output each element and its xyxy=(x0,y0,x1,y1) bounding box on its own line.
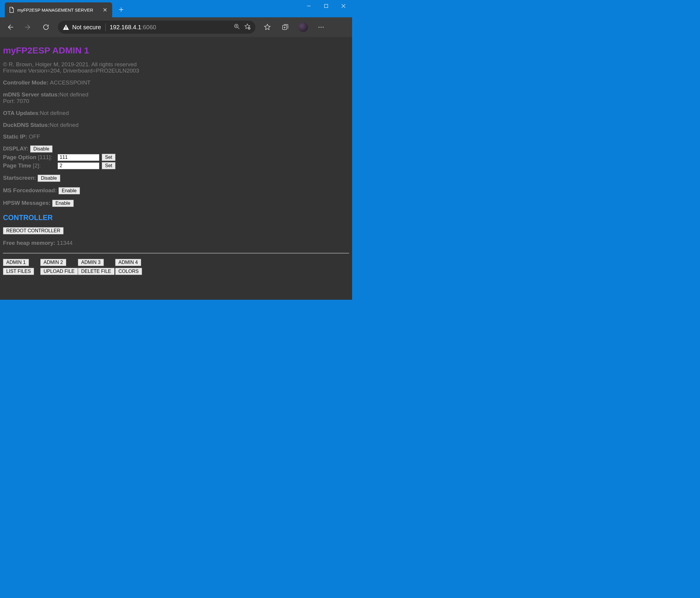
msforce-toggle-button[interactable]: Enable xyxy=(58,187,80,194)
page-title: myFP2ESP ADMIN 1 xyxy=(3,45,349,56)
hpsw-label: HPSW Messages: xyxy=(3,200,52,206)
page-time-label: Page Time xyxy=(3,162,33,169)
copyright-text: © R. Brown, Holger M, 2019-2021. All rig… xyxy=(3,61,349,68)
star-add-icon xyxy=(244,23,251,30)
controller-heading: CONTROLLER xyxy=(3,213,349,222)
svg-point-7 xyxy=(321,27,321,27)
nav-deletefile-button[interactable]: DELETE FILE xyxy=(78,268,114,275)
refresh-button[interactable] xyxy=(40,21,52,33)
collections-icon xyxy=(282,24,289,31)
star-icon xyxy=(264,24,271,31)
plus-icon xyxy=(119,7,124,12)
msforce-label: MS Forcedownload: xyxy=(3,187,58,193)
page-time-hint: [2]: xyxy=(33,162,41,169)
page-option-input[interactable] xyxy=(57,154,99,161)
mdns-port-value: 7070 xyxy=(17,98,29,104)
window-controls xyxy=(300,0,352,12)
arrow-right-icon xyxy=(24,24,32,31)
zoom-icon xyxy=(234,24,240,29)
not-secure-label: Not secure xyxy=(72,24,101,31)
display-label: DISPLAY: xyxy=(3,145,30,152)
favorites-button[interactable] xyxy=(261,21,273,33)
back-button[interactable] xyxy=(4,21,16,33)
nav-admin2-button[interactable]: ADMIN 2 xyxy=(40,259,66,266)
nav-admin1-button[interactable]: ADMIN 1 xyxy=(3,259,29,266)
close-icon xyxy=(103,8,107,11)
mdns-value: Not defined xyxy=(59,91,88,98)
tab-close-button[interactable] xyxy=(102,7,108,13)
firmware-text: Firmware Version=204, Driverboard=PRO2EU… xyxy=(3,68,349,74)
staticip-value: OFF xyxy=(29,134,40,140)
separator xyxy=(105,23,106,31)
maximize-icon xyxy=(324,4,328,8)
browser-toolbar: Not secure 192.168.4.1:6060 xyxy=(0,17,352,37)
page-option-set-button[interactable]: Set xyxy=(102,154,116,161)
titlebar: myFP2ESP MANAGEMENT SERVER xyxy=(0,0,352,17)
controller-mode-value: ACCESSPOINT xyxy=(50,79,91,86)
close-window-button[interactable] xyxy=(335,0,352,12)
heap-value: 11344 xyxy=(57,240,73,246)
nav-admin3-button[interactable]: ADMIN 3 xyxy=(78,259,104,266)
warning-icon xyxy=(62,24,69,30)
favorite-button[interactable] xyxy=(244,23,251,31)
close-icon xyxy=(341,4,346,8)
address-bar[interactable]: Not secure 192.168.4.1:6060 xyxy=(58,21,255,34)
svg-rect-2 xyxy=(66,29,66,29)
new-tab-button[interactable] xyxy=(115,4,127,16)
duckdns-label: DuckDNS Status: xyxy=(3,122,50,128)
collections-button[interactable] xyxy=(279,21,291,33)
forward-button[interactable] xyxy=(22,21,34,33)
page-option-hint: [111]: xyxy=(38,154,52,160)
mdns-label: mDNS Server status: xyxy=(3,91,59,98)
hpsw-toggle-button[interactable]: Enable xyxy=(52,200,74,207)
startscreen-label: Startscreen: xyxy=(3,175,38,181)
duckdns-value: Not defined xyxy=(50,122,78,128)
refresh-icon xyxy=(43,24,49,30)
display-toggle-button[interactable]: Disable xyxy=(30,145,52,152)
minimize-button[interactable] xyxy=(300,0,318,12)
startscreen-toggle-button[interactable]: Disable xyxy=(38,175,60,182)
page-icon xyxy=(9,7,14,13)
controller-mode-label: Controller Mode: xyxy=(3,79,50,86)
nav-table: ADMIN 1 ADMIN 2 ADMIN 3 ADMIN 4 LIST FIL… xyxy=(3,259,152,275)
nav-listfiles-button[interactable]: LIST FILES xyxy=(3,268,34,275)
heap-label: Free heap memory: xyxy=(3,240,57,246)
page-time-input[interactable] xyxy=(57,162,99,169)
reboot-button[interactable]: REBOOT CONTROLLER xyxy=(3,227,64,234)
svg-point-6 xyxy=(318,27,319,27)
zoom-button[interactable] xyxy=(234,24,240,31)
browser-tab[interactable]: myFP2ESP MANAGEMENT SERVER xyxy=(5,2,112,17)
security-indicator[interactable]: Not secure xyxy=(62,24,101,31)
arrow-left-icon xyxy=(6,24,14,31)
ota-value: :Not defined xyxy=(38,110,69,116)
menu-button[interactable] xyxy=(315,21,327,33)
url-text: 192.168.4.1:6060 xyxy=(110,24,156,31)
mdns-port-label: Port: xyxy=(3,98,17,104)
profile-button[interactable] xyxy=(297,21,309,33)
page-time-set-button[interactable]: Set xyxy=(102,162,116,169)
page-viewport: myFP2ESP ADMIN 1 © R. Brown, Holger M, 2… xyxy=(0,37,352,300)
maximize-button[interactable] xyxy=(318,0,335,12)
ota-label: OTA Updates xyxy=(3,110,38,116)
minimize-icon xyxy=(307,4,311,8)
svg-point-8 xyxy=(323,27,323,27)
tab-title: myFP2ESP MANAGEMENT SERVER xyxy=(17,7,99,13)
page-option-label: Page Option xyxy=(3,154,38,160)
page-content: myFP2ESP ADMIN 1 © R. Brown, Holger M, 2… xyxy=(3,45,349,275)
svg-rect-1 xyxy=(66,26,66,28)
divider xyxy=(3,253,349,254)
nav-admin4-button[interactable]: ADMIN 4 xyxy=(115,259,141,266)
ellipsis-icon xyxy=(318,24,325,31)
svg-rect-0 xyxy=(325,4,328,8)
staticip-label: Static IP: xyxy=(3,134,29,140)
nav-colors-button[interactable]: COLORS xyxy=(115,268,142,275)
nav-uploadfile-button[interactable]: UPLOAD FILE xyxy=(40,268,78,275)
avatar-icon xyxy=(298,22,308,32)
